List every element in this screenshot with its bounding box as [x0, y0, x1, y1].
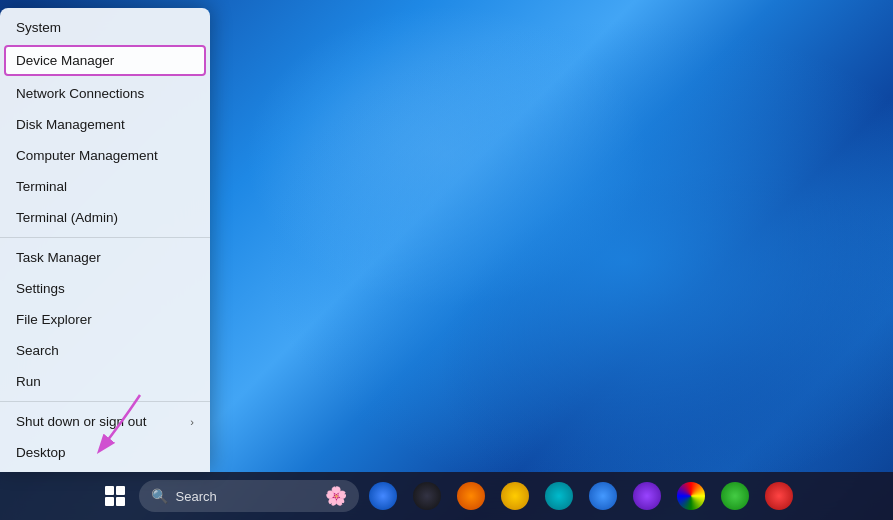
menu-item-system[interactable]: System	[0, 12, 210, 43]
app-icon-purple	[633, 482, 661, 510]
taskbar-icon-1[interactable]	[363, 476, 403, 516]
submenu-arrow-icon: ›	[190, 416, 194, 428]
search-icon: 🔍	[151, 488, 168, 504]
app-icon-green	[721, 482, 749, 510]
app-icon-dark	[413, 482, 441, 510]
taskbar-icon-9[interactable]	[715, 476, 755, 516]
app-icon-red	[765, 482, 793, 510]
app-icon-blue2	[589, 482, 617, 510]
menu-item-label-task-manager: Task Manager	[16, 250, 101, 265]
windows-logo-icon	[105, 486, 125, 506]
menu-item-network-connections[interactable]: Network Connections	[0, 78, 210, 109]
app-icon-globe	[369, 482, 397, 510]
menu-item-label-terminal: Terminal	[16, 179, 67, 194]
menu-item-label-search: Search	[16, 343, 59, 358]
menu-item-label-shut-down-sign-out: Shut down or sign out	[16, 414, 147, 429]
taskbar-icon-5[interactable]	[539, 476, 579, 516]
taskbar-icon-6[interactable]	[583, 476, 623, 516]
start-button[interactable]	[95, 476, 135, 516]
menu-item-label-terminal-admin: Terminal (Admin)	[16, 210, 118, 225]
context-menu: SystemDevice ManagerNetwork ConnectionsD…	[0, 8, 210, 472]
taskbar: 🔍 Search 🌸	[0, 472, 893, 520]
taskbar-icon-4[interactable]	[495, 476, 535, 516]
menu-item-label-disk-management: Disk Management	[16, 117, 125, 132]
menu-item-desktop[interactable]: Desktop	[0, 437, 210, 468]
taskbar-icon-2[interactable]	[407, 476, 447, 516]
app-icon-orange	[457, 482, 485, 510]
menu-item-file-explorer[interactable]: File Explorer	[0, 304, 210, 335]
menu-separator	[0, 401, 210, 402]
taskbar-icon-8[interactable]	[671, 476, 711, 516]
menu-item-shut-down-sign-out[interactable]: Shut down or sign out›	[0, 406, 210, 437]
menu-item-search[interactable]: Search	[0, 335, 210, 366]
menu-item-terminal-admin[interactable]: Terminal (Admin)	[0, 202, 210, 233]
search-label: Search	[176, 489, 317, 504]
app-icon-yellow	[501, 482, 529, 510]
menu-item-settings[interactable]: Settings	[0, 273, 210, 304]
app-icon-colorful	[677, 482, 705, 510]
taskbar-search[interactable]: 🔍 Search 🌸	[139, 480, 359, 512]
menu-item-label-system: System	[16, 20, 61, 35]
menu-item-label-computer-management: Computer Management	[16, 148, 158, 163]
menu-item-label-run: Run	[16, 374, 41, 389]
app-icon-teal	[545, 482, 573, 510]
menu-item-label-file-explorer: File Explorer	[16, 312, 92, 327]
taskbar-icon-3[interactable]	[451, 476, 491, 516]
menu-item-terminal[interactable]: Terminal	[0, 171, 210, 202]
menu-item-run[interactable]: Run	[0, 366, 210, 397]
menu-item-label-device-manager: Device Manager	[16, 53, 114, 68]
menu-item-task-manager[interactable]: Task Manager	[0, 242, 210, 273]
taskbar-icon-10[interactable]	[759, 476, 799, 516]
menu-item-label-network-connections: Network Connections	[16, 86, 144, 101]
taskbar-icon-7[interactable]	[627, 476, 667, 516]
search-emoji: 🌸	[325, 485, 347, 507]
menu-item-disk-management[interactable]: Disk Management	[0, 109, 210, 140]
menu-item-label-desktop: Desktop	[16, 445, 66, 460]
menu-item-label-settings: Settings	[16, 281, 65, 296]
menu-separator	[0, 237, 210, 238]
menu-item-computer-management[interactable]: Computer Management	[0, 140, 210, 171]
menu-item-device-manager[interactable]: Device Manager	[4, 45, 206, 76]
